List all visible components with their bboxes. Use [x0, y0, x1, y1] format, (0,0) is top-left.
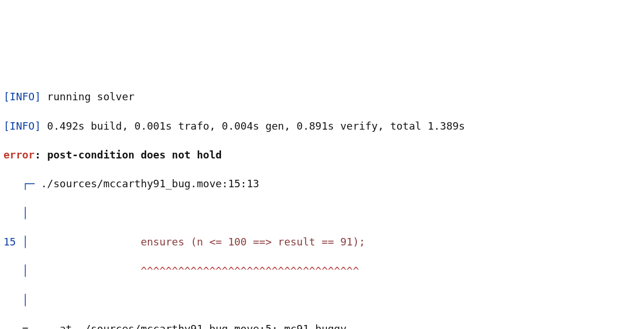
error-colon: :: [35, 149, 47, 161]
info-tag: [INFO]: [3, 90, 41, 103]
gutter-blank: │: [3, 206, 641, 220]
log-line: [INFO] running solver: [3, 89, 641, 104]
caret-indent: [35, 264, 140, 277]
log-line: [INFO] 0.492s build, 0.001s trafo, 0.004…: [3, 119, 641, 133]
log-msg: running solver: [41, 90, 135, 103]
gutter-pipe: │: [16, 236, 35, 248]
caret-line: │ ^^^^^^^^^^^^^^^^^^^^^^^^^^^^^^^^^^^: [3, 263, 641, 278]
location-path: ./sources/mccarthy91_bug.move:15:13: [41, 177, 259, 190]
caret-underline: ^^^^^^^^^^^^^^^^^^^^^^^^^^^^^^^^^^^: [140, 264, 359, 277]
error-line: error: post-condition does not hold: [3, 148, 641, 162]
snippet-line: 15 │ ensures (n <= 100 ==> result == 91)…: [3, 235, 641, 249]
snippet-indent: [35, 236, 140, 248]
box-corner: ┌─: [3, 177, 41, 190]
gutter-blank: │: [3, 293, 641, 307]
snippet-text: ensures (n <= 100 ==> result == 91);: [140, 236, 365, 248]
error-message: post-condition does not hold: [47, 149, 222, 161]
location-line: ┌─ ./sources/mccarthy91_bug.move:15:13: [3, 176, 641, 191]
terminal-output: [INFO] running solver [INFO] 0.492s buil…: [0, 73, 644, 329]
error-label: error: [3, 149, 35, 161]
line-number: 15: [3, 236, 16, 248]
gutter-pipe: │: [3, 264, 35, 277]
info-tag: [INFO]: [3, 120, 41, 132]
log-msg: 0.492s build, 0.001s trafo, 0.004s gen, …: [41, 120, 465, 132]
trace-line: = at ./sources/mccarthy91_bug.move:5: mc…: [3, 322, 641, 329]
